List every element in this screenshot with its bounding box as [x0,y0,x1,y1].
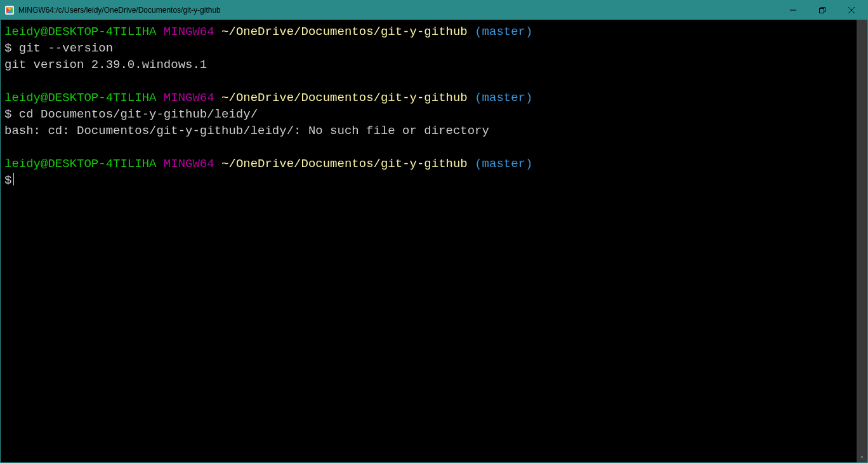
command-text: git --version [19,41,113,55]
prompt-path: ~/OneDrive/Documentos/git-y-github [221,25,468,39]
cursor [13,173,14,185]
prompt-path: ~/OneDrive/Documentos/git-y-github [221,157,468,171]
command-line: $ [4,172,853,189]
content-area: leidy@DESKTOP-4TILIHA MINGW64 ~/OneDrive… [1,20,867,462]
output-line: git version 2.39.0.windows.1 [4,57,853,73]
scrollbar[interactable]: ▴ ▾ [857,20,867,462]
prompt-shell: MINGW64 [164,157,214,171]
window-controls [779,1,866,20]
prompt-symbol: $ [4,173,11,187]
prompt-symbol: $ [4,107,11,121]
scroll-down-icon[interactable]: ▾ [857,452,867,462]
prompt-branch: (master) [475,91,532,105]
prompt-symbol: $ [4,41,11,55]
prompt-line: leidy@DESKTOP-4TILIHA MINGW64 ~/OneDrive… [4,90,853,106]
maximize-button[interactable] [808,1,837,20]
titlebar[interactable]: MINGW64:/c/Users/leidy/OneDrive/Document… [1,1,867,20]
prompt-shell: MINGW64 [164,91,214,105]
app-icon [4,5,15,15]
minimize-button[interactable] [779,1,808,20]
prompt-branch: (master) [475,25,532,39]
prompt-path: ~/OneDrive/Documentos/git-y-github [221,91,468,105]
command-line: $ git --version [4,40,853,57]
prompt-user-host: leidy@DESKTOP-4TILIHA [4,25,156,39]
svg-rect-1 [820,9,824,13]
output-line: bash: cd: Documentos/git-y-github/leidy/… [4,123,853,139]
command-line: $ cd Documentos/git-y-github/leidy/ [4,106,853,123]
terminal-window: MINGW64:/c/Users/leidy/OneDrive/Document… [0,0,868,463]
prompt-shell: MINGW64 [164,25,214,39]
window-title: MINGW64:/c/Users/leidy/OneDrive/Document… [18,6,221,15]
prompt-line: leidy@DESKTOP-4TILIHA MINGW64 ~/OneDrive… [4,23,853,40]
prompt-user-host: leidy@DESKTOP-4TILIHA [4,157,156,171]
close-button[interactable] [837,1,866,20]
terminal-output[interactable]: leidy@DESKTOP-4TILIHA MINGW64 ~/OneDrive… [1,20,857,462]
scroll-thumb[interactable] [857,20,867,462]
prompt-branch: (master) [475,157,532,171]
prompt-line: leidy@DESKTOP-4TILIHA MINGW64 ~/OneDrive… [4,156,853,172]
command-text: cd Documentos/git-y-github/leidy/ [19,107,258,121]
prompt-user-host: leidy@DESKTOP-4TILIHA [4,91,156,105]
